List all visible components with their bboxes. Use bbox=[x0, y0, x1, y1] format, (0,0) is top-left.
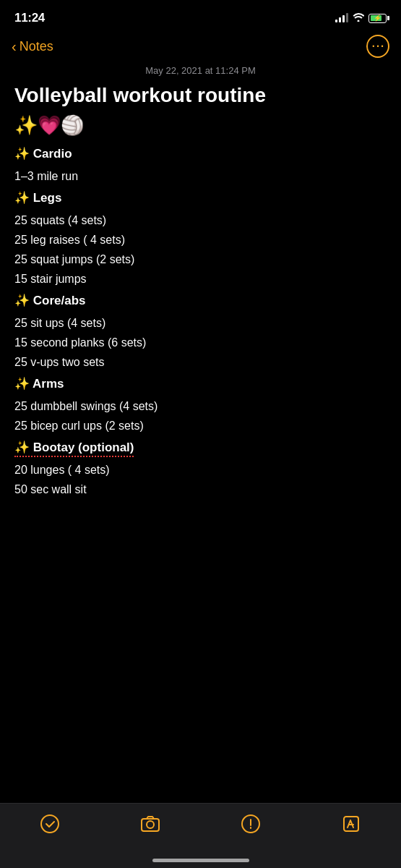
sparkle-icon-legs: ✨ bbox=[14, 191, 30, 205]
workout-item: 20 lunges ( 4 sets) bbox=[14, 460, 387, 480]
more-icon: ··· bbox=[371, 38, 384, 54]
tip-button[interactable] bbox=[241, 814, 261, 834]
wifi-icon bbox=[353, 12, 364, 24]
edit-button[interactable] bbox=[341, 814, 361, 834]
section-header-bootay: ✨ Bootay (optional) bbox=[14, 435, 387, 457]
sparkle-icon-core: ✨ bbox=[14, 294, 30, 307]
nav-bar: ‹ Notes ··· bbox=[0, 32, 401, 65]
workout-item: 1–3 mile run bbox=[14, 166, 387, 186]
camera-button[interactable] bbox=[140, 814, 160, 834]
chevron-left-icon: ‹ bbox=[12, 39, 17, 54]
workout-item: 25 v-ups two sets bbox=[14, 352, 387, 372]
sparkle-icon-cardio: ✨ bbox=[14, 147, 30, 161]
workout-item: 25 dumbbell swings (4 sets) bbox=[14, 396, 387, 416]
workout-item: 25 squats (4 sets) bbox=[14, 210, 387, 230]
section-header-cardio: ✨ Cardio bbox=[14, 145, 387, 163]
status-icons: ⚡ bbox=[335, 12, 387, 24]
section-header-arms: ✨ Arms bbox=[14, 375, 387, 393]
status-time: 11:24 bbox=[14, 11, 45, 25]
workout-item: 25 squat jumps (2 sets) bbox=[14, 250, 387, 269]
svg-point-2 bbox=[147, 821, 154, 828]
status-bar: 11:24 ⚡ bbox=[0, 0, 401, 32]
workout-item: 25 bicep curl ups (2 sets) bbox=[14, 416, 387, 435]
checklist-button[interactable] bbox=[40, 814, 60, 834]
back-label: Notes bbox=[20, 39, 53, 54]
section-header-core: ✨ Core/abs bbox=[14, 292, 387, 310]
note-date: May 22, 2021 at 11:24 PM bbox=[14, 65, 387, 76]
signal-icon bbox=[335, 14, 348, 22]
note-content: May 22, 2021 at 11:24 PM Volleyball work… bbox=[0, 65, 401, 499]
note-title: Volleyball workout routine bbox=[14, 83, 387, 108]
workout-item: 25 sit ups (4 sets) bbox=[14, 313, 387, 333]
back-button[interactable]: ‹ Notes bbox=[12, 39, 53, 54]
section-header-legs: ✨ Legs bbox=[14, 189, 387, 208]
workout-item: 25 leg raises ( 4 sets) bbox=[14, 230, 387, 250]
workout-item: 15 stair jumps bbox=[14, 269, 387, 289]
emoji-line: ✨💗🏐 bbox=[14, 114, 387, 138]
battery-icon: ⚡ bbox=[368, 14, 387, 23]
sparkle-icon-bootay: ✨ bbox=[14, 441, 30, 454]
sparkle-icon-arms: ✨ bbox=[14, 377, 30, 391]
svg-point-0 bbox=[41, 815, 59, 833]
workout-item: 50 sec wall sit bbox=[14, 480, 387, 499]
home-indicator bbox=[152, 859, 249, 862]
workout-item: 15 second planks (6 sets) bbox=[14, 333, 387, 352]
more-button[interactable]: ··· bbox=[366, 35, 389, 58]
